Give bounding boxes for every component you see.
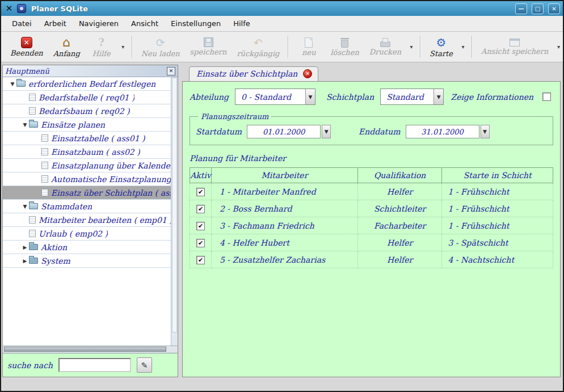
cell-mitarbeiter: 4 - Helfer Hubert [211, 234, 357, 251]
schichtplan-combobox[interactable]: Standard ▼ [380, 88, 444, 105]
menubar: DateiArbeitNavigierenAnsichtEinstellunge… [1, 16, 563, 32]
tree-item-stammdaten[interactable]: ▼Stammdaten [3, 200, 171, 213]
table-view-icon [41, 148, 48, 155]
chevron-down-icon[interactable]: ▼ [322, 125, 331, 138]
tree-item-automatische-einsatzplanung-a[interactable]: Automatische Einsatzplanung ( a [3, 172, 171, 186]
toolbar-button-label: neu [302, 48, 315, 57]
planungszeitraum-groupbox: Planungszeitraum Startdatum ▼ Enddatum [190, 112, 553, 145]
tab-close-icon[interactable]: ✕ [303, 69, 312, 78]
column-header-mitarbeiter: Mitarbeiter [211, 168, 357, 183]
menu-item-einstellungen[interactable]: Einstellungen [165, 17, 227, 30]
maximize-button[interactable]: □ [532, 3, 544, 14]
menu-item-hilfe[interactable]: Hilfe [227, 17, 256, 30]
expand-icon[interactable]: ▶ [21, 245, 29, 250]
cell-aktiv [190, 217, 212, 234]
table-view-icon [41, 189, 48, 196]
menu-item-ansicht[interactable]: Ansicht [125, 17, 165, 30]
planungszeitraum-title: Planungszeitraum [198, 112, 271, 121]
row-active-checkbox[interactable] [196, 239, 205, 247]
folder-icon [29, 244, 38, 250]
toolbar-button-starte[interactable]: ⚙Starte [424, 35, 458, 59]
abteilung-value: 0 - Standard [235, 89, 305, 104]
tree-item-mitarbeiter-bearbeiten-emp01[interactable]: Mitarbeiter bearbeiten ( emp01 ) [3, 213, 171, 227]
table-view-icon [29, 230, 36, 237]
tree-item-label: Urlaub ( emp02 ) [39, 229, 108, 238]
tree-item-urlaub-emp02[interactable]: Urlaub ( emp02 ) [3, 227, 171, 241]
toolbar-button-drucken: Drucken [364, 36, 406, 57]
content-panel: Abteilung 0 - Standard ▼ Schichtplan Sta… [182, 81, 561, 377]
expand-icon[interactable]: ▶ [21, 258, 29, 264]
column-header-qualifikation: Qualifikation [357, 168, 442, 183]
tree-item-system[interactable]: ▶System [3, 254, 171, 268]
minimize-button[interactable]: — [515, 3, 527, 14]
panel-close-icon[interactable]: ✕ [167, 67, 175, 75]
main-area: Einsatz über Schichtplan ✕ Abteilung 0 -… [182, 65, 561, 377]
tree-item-einsätze-planen[interactable]: ▼Einsätze planen [3, 118, 171, 132]
table-row: 5 - Zusatzhelfer ZachariasHelfer4 - Nach… [190, 251, 553, 268]
search-edit-button[interactable]: ✎ [137, 357, 152, 373]
menu-item-datei[interactable]: Datei [6, 17, 38, 30]
search-label: suche nach [7, 361, 53, 370]
delete-icon [341, 40, 348, 48]
zeige-informationen-checkbox[interactable] [542, 92, 551, 101]
chevron-down-icon[interactable]: ▼ [481, 125, 490, 138]
tab-einsatz-ueber-schichtplan[interactable]: Einsatz über Schichtplan ✕ [189, 66, 318, 81]
titlebar: ✕ Planer SQLite — □ ✕ [1, 1, 563, 16]
pencil-icon: ✎ [141, 361, 148, 370]
toolbar-button-ansicht-speichern: Ansicht speichern [476, 37, 553, 57]
tree-item-bedarfstabelle-req01[interactable]: Bedarfstabelle ( req01 ) [3, 91, 171, 104]
horizontal-scrollbar-thumb[interactable] [4, 347, 166, 352]
row-active-checkbox[interactable] [196, 188, 205, 196]
toolbar-group: Ansicht speichern▾ [474, 33, 564, 61]
toolbar-dropdown-arrow-icon[interactable]: ▾ [459, 44, 467, 50]
tree-item-bedarfsbaum-req02[interactable]: Bedarfsbaum ( req02 ) [3, 104, 171, 118]
menu-item-arbeit[interactable]: Arbeit [38, 17, 73, 30]
column-header-aktiv: Aktiv [190, 168, 212, 183]
new-icon [305, 37, 313, 48]
quit-icon: ✕ [21, 37, 32, 48]
tree-item-einsatzbaum-ass02[interactable]: Einsatzbaum ( ass02 ) [3, 145, 171, 159]
startdatum-input[interactable] [247, 125, 321, 138]
table-row: 2 - Boss BernhardSchichtleiter1 - Frühsc… [190, 200, 553, 217]
toolbar-group: ✕Beenden⌂Anfang?Hilfe▾ [3, 33, 130, 61]
chevron-down-icon[interactable]: ▼ [433, 89, 443, 104]
tree-item-erforderlichen-bedarf-festlegen[interactable]: ▼erforderlichen Bedarf festlegen [3, 77, 171, 91]
sidebar: Hauptmenü ✕ ▼erforderlichen Bedarf festl… [2, 65, 178, 377]
vertical-scrollbar-thumb[interactable] [172, 78, 177, 332]
toolbar-dropdown-arrow-icon[interactable]: ▾ [554, 44, 562, 50]
toolbar-button-anfang[interactable]: ⌂Anfang [48, 35, 85, 59]
window-title: Planer SQLite [29, 5, 511, 13]
home-icon: ⌂ [60, 36, 73, 49]
enddatum-input[interactable] [406, 125, 479, 138]
search-bar: suche nach ✎ [3, 353, 178, 377]
collapse-icon[interactable]: ▼ [21, 122, 29, 128]
row-active-checkbox[interactable] [196, 256, 205, 264]
tree-item-label: erforderlichen Bedarf festlegen [28, 79, 155, 88]
tree-item-label: Einsatz über Schichtplan ( ass04 [51, 188, 171, 197]
horizontal-scrollbar [3, 345, 178, 353]
collapse-icon[interactable]: ▼ [9, 81, 16, 87]
close-button[interactable]: ✕ [548, 3, 560, 14]
tree-item-aktion[interactable]: ▶Aktion [3, 241, 171, 254]
cell-aktiv [190, 251, 212, 268]
menu-item-navigieren[interactable]: Navigieren [73, 17, 125, 30]
chevron-down-icon[interactable]: ▼ [305, 89, 315, 104]
schichtplan-value: Standard [381, 89, 433, 104]
search-input[interactable] [58, 358, 131, 372]
tree-item-einsatzplanung-über-kalender[interactable]: Einsatzplanung über Kalender ( [3, 159, 171, 172]
table-row: 3 - Fachmann FriedrichFacharbeiter1 - Fr… [190, 217, 553, 234]
toolbar-button-label: Hilfe [92, 49, 111, 58]
row-active-checkbox[interactable] [196, 205, 205, 213]
toolbar-dropdown-arrow-icon[interactable]: ▾ [119, 44, 127, 50]
collapse-icon[interactable]: ▼ [21, 204, 29, 209]
table-row: 1 - Mitarbeiter ManfredHelfer1 - Frühsch… [190, 183, 553, 200]
abteilung-combobox[interactable]: 0 - Standard ▼ [235, 88, 315, 105]
row-active-checkbox[interactable] [196, 222, 205, 230]
toolbar-separator [420, 36, 421, 58]
filter-row: Abteilung 0 - Standard ▼ Schichtplan Sta… [190, 88, 553, 105]
tree-item-label: Automatische Einsatzplanung ( a [51, 175, 171, 184]
tree-item-einsatztabelle-ass01[interactable]: Einsatztabelle ( ass01 ) [3, 132, 171, 145]
toolbar-button-beenden[interactable]: ✕Beenden [5, 36, 48, 58]
toolbar-dropdown-arrow-icon[interactable]: ▾ [407, 44, 415, 50]
tree-item-einsatz-über-schichtplan-ass04[interactable]: Einsatz über Schichtplan ( ass04 [3, 186, 171, 200]
